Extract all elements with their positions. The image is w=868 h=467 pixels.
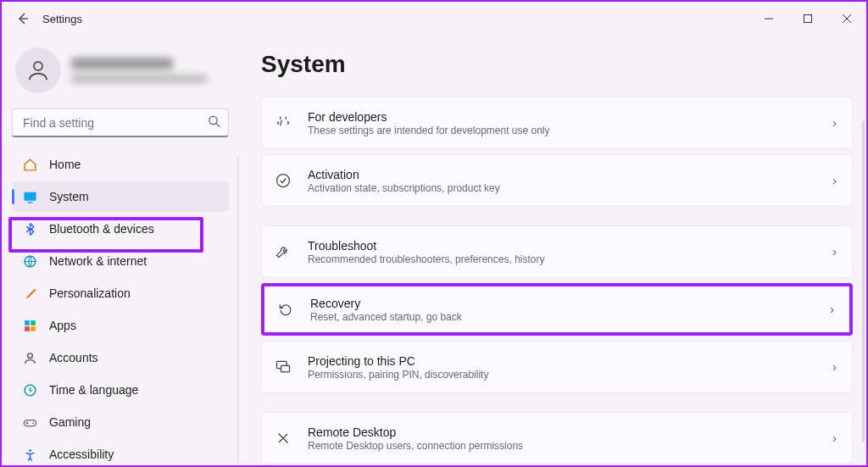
checkmark-circle-icon xyxy=(274,171,292,190)
remote-icon xyxy=(274,429,292,448)
svg-rect-21 xyxy=(281,365,290,372)
svg-rect-8 xyxy=(27,202,32,203)
close-icon xyxy=(843,14,851,23)
nav-label: Apps xyxy=(49,319,76,332)
nav-label: Time & language xyxy=(49,383,138,397)
card-for-developers[interactable]: For developers These settings are intend… xyxy=(261,97,853,149)
svg-rect-1 xyxy=(804,15,812,23)
titlebar: Settings xyxy=(2,2,866,36)
nav-personalization[interactable]: Personalization xyxy=(12,278,229,309)
card-troubleshoot[interactable]: Troubleshoot Recommended troubleshooters… xyxy=(261,225,853,278)
card-subtitle: Activation state, subscriptions, product… xyxy=(308,182,817,194)
svg-rect-11 xyxy=(31,320,36,325)
developer-icon xyxy=(274,114,292,132)
sidebar-divider xyxy=(237,158,238,463)
nav-apps[interactable]: Apps xyxy=(12,310,229,341)
svg-point-17 xyxy=(31,422,33,424)
main-content: System For developers These settings are… xyxy=(239,36,866,465)
close-button[interactable] xyxy=(827,2,866,36)
chevron-right-icon: › xyxy=(832,245,837,259)
nav-label: Home xyxy=(49,158,81,171)
person-icon xyxy=(25,58,51,83)
chevron-right-icon: › xyxy=(830,303,834,316)
card-remote-desktop[interactable]: Remote Desktop Remote Desktop users, con… xyxy=(261,412,853,464)
card-subtitle: Permissions, pairing PIN, discoverabilit… xyxy=(308,369,817,381)
scrollbar[interactable] xyxy=(862,120,865,442)
apps-icon xyxy=(22,318,37,333)
search-wrap xyxy=(12,108,229,137)
card-projecting[interactable]: Projecting to this PC Permissions, pairi… xyxy=(261,341,853,393)
nav-gaming[interactable]: Gaming xyxy=(12,407,229,437)
nav-bluetooth[interactable]: Bluetooth & devices xyxy=(12,214,229,244)
nav-list: Home System Bluetooth & devices Network … xyxy=(12,149,229,467)
card-subtitle: These settings are intended for developm… xyxy=(308,125,817,136)
card-title: For developers xyxy=(308,110,817,124)
network-icon xyxy=(22,253,37,269)
chevron-right-icon: › xyxy=(832,431,837,445)
card-title: Activation xyxy=(308,168,817,181)
card-activation[interactable]: Activation Activation state, subscriptio… xyxy=(261,154,853,207)
arrow-left-icon xyxy=(16,12,30,25)
minimize-icon xyxy=(765,14,773,23)
maximize-icon xyxy=(804,14,812,23)
search-input[interactable] xyxy=(12,108,229,137)
sidebar: Home System Bluetooth & devices Network … xyxy=(2,36,239,465)
svg-point-4 xyxy=(34,62,42,70)
nav-system[interactable]: System xyxy=(12,181,229,212)
recovery-icon xyxy=(276,300,295,319)
card-recovery[interactable]: Recovery Reset, advanced startup, go bac… xyxy=(261,283,853,336)
svg-rect-16 xyxy=(24,420,36,425)
home-icon xyxy=(22,157,37,172)
nav-label: Accounts xyxy=(49,351,98,364)
page-title: System xyxy=(261,51,853,78)
nav-accessibility[interactable]: Accessibility xyxy=(12,439,229,467)
svg-point-22 xyxy=(278,433,280,435)
svg-rect-10 xyxy=(25,320,30,325)
window-controls xyxy=(749,2,866,36)
nav-label: Gaming xyxy=(49,415,91,429)
account-name-redacted xyxy=(71,58,207,83)
paintbrush-icon xyxy=(22,286,37,301)
svg-rect-7 xyxy=(24,192,36,200)
svg-rect-13 xyxy=(31,326,36,331)
bluetooth-icon xyxy=(22,221,37,236)
svg-point-14 xyxy=(27,353,32,358)
svg-point-19 xyxy=(277,175,290,187)
wrench-icon xyxy=(274,242,292,261)
nav-label: Bluetooth & devices xyxy=(49,222,154,236)
system-icon xyxy=(22,189,37,204)
window-title: Settings xyxy=(42,13,82,25)
projecting-icon xyxy=(274,358,292,376)
card-title: Troubleshoot xyxy=(308,239,817,253)
card-subtitle: Reset, advanced startup, go back xyxy=(310,311,815,323)
nav-label: Accessibility xyxy=(49,448,114,461)
card-subtitle: Remote Desktop users, connection permiss… xyxy=(308,440,817,452)
accessibility-icon xyxy=(22,447,37,462)
account-header[interactable] xyxy=(12,42,229,108)
clock-icon xyxy=(22,382,37,398)
card-title: Remote Desktop xyxy=(308,425,817,439)
nav-label: System xyxy=(49,190,89,203)
nav-label: Personalization xyxy=(49,286,131,300)
settings-list: For developers These settings are intend… xyxy=(261,97,853,465)
svg-point-18 xyxy=(29,449,31,452)
gaming-icon xyxy=(22,414,37,430)
nav-home[interactable]: Home xyxy=(12,149,229,180)
nav-label: Network & internet xyxy=(49,254,147,268)
accounts-icon xyxy=(22,350,37,365)
card-title: Recovery xyxy=(310,297,815,310)
nav-accounts[interactable]: Accounts xyxy=(12,342,229,373)
chevron-right-icon: › xyxy=(832,116,837,130)
chevron-right-icon: › xyxy=(832,360,837,374)
card-title: Projecting to this PC xyxy=(308,354,817,368)
back-button[interactable] xyxy=(10,6,36,31)
svg-rect-12 xyxy=(25,326,30,331)
card-subtitle: Recommended troubleshooters, preferences… xyxy=(308,253,817,265)
avatar xyxy=(15,47,61,93)
maximize-button[interactable] xyxy=(788,2,827,36)
minimize-button[interactable] xyxy=(749,2,788,36)
nav-time[interactable]: Time & language xyxy=(12,375,229,405)
svg-point-23 xyxy=(287,442,288,443)
chevron-right-icon: › xyxy=(832,174,837,187)
nav-network[interactable]: Network & internet xyxy=(12,246,229,276)
